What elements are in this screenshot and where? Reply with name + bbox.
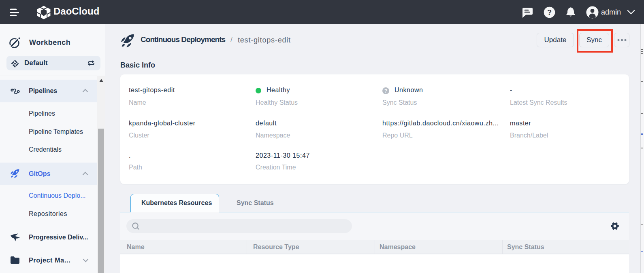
svg-text:?: ? (547, 8, 552, 17)
svg-text:?: ? (384, 88, 387, 94)
